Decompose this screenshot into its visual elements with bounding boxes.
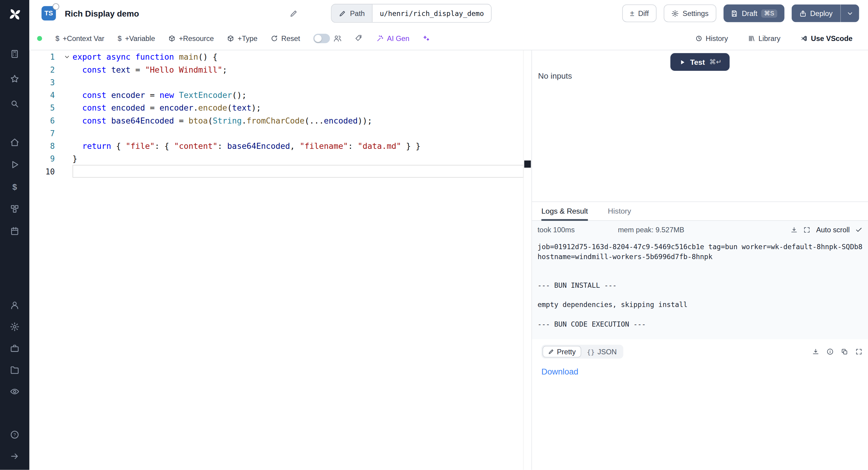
code-line[interactable]: 6 const base64Encoded = btoa(String.from… bbox=[29, 114, 524, 127]
workers-briefcase-icon[interactable] bbox=[0, 338, 29, 358]
tab-logs-result[interactable]: Logs & Result bbox=[541, 202, 588, 220]
line-number: 3 bbox=[29, 78, 61, 87]
cube-icon bbox=[227, 35, 235, 42]
folders-folder-icon[interactable] bbox=[0, 359, 29, 380]
runs-play-icon[interactable] bbox=[0, 154, 29, 175]
diff-label: Diff bbox=[638, 9, 649, 18]
code-line[interactable]: 2 const text = "Hello Windmill"; bbox=[29, 63, 524, 75]
line-number: 4 bbox=[29, 90, 61, 99]
audit-logs-eye-icon[interactable] bbox=[0, 381, 29, 402]
test-label: Test bbox=[690, 58, 705, 66]
vscode-icon bbox=[801, 35, 808, 42]
add-resource-label: +Resource bbox=[179, 34, 214, 42]
result-section: Pretty {} JSON bbox=[532, 339, 868, 470]
auto-scroll-checkbox[interactable] bbox=[855, 226, 863, 233]
resources-boxes-icon[interactable] bbox=[0, 198, 29, 219]
windmill-logo[interactable] bbox=[0, 0, 29, 29]
help-icon[interactable]: ? bbox=[0, 424, 29, 445]
expand-sidebar-arrow-icon[interactable] bbox=[0, 446, 29, 467]
collab-toggle[interactable] bbox=[313, 33, 330, 43]
run-panel: Test ⌘↵ No inputs Logs & Result History … bbox=[531, 50, 868, 470]
favorites-star-icon[interactable] bbox=[0, 68, 29, 89]
code-editor[interactable]: 1export async function main() {2 const t… bbox=[29, 50, 531, 470]
path-value[interactable]: u/henri/rich_display_demo bbox=[373, 4, 491, 22]
line-number: 7 bbox=[29, 129, 61, 137]
refresh-icon bbox=[271, 35, 278, 42]
log-line: empty dependencies, skipping install bbox=[537, 300, 862, 310]
language-badge: TS bbox=[41, 6, 56, 21]
code-line[interactable]: 9} bbox=[29, 152, 524, 165]
add-variable-label: +Variable bbox=[125, 34, 155, 42]
save-icon bbox=[731, 10, 738, 17]
json-label: JSON bbox=[598, 347, 617, 356]
add-type-label: +Type bbox=[238, 34, 258, 42]
pretty-view-button[interactable]: Pretty bbox=[542, 346, 581, 357]
info-icon[interactable] bbox=[827, 348, 834, 355]
code-line[interactable]: 8 return { "file": { "content": base64En… bbox=[29, 139, 524, 152]
deploy-button[interactable]: Deploy bbox=[792, 4, 840, 22]
expand-logs-icon[interactable] bbox=[804, 226, 811, 233]
editor-overview-ruler[interactable] bbox=[523, 50, 532, 470]
code-line[interactable]: 4 const encoder = new TextEncoder(); bbox=[29, 89, 524, 101]
log-output: job=01912d75-163d-8204-47c9-5469c516cb1e… bbox=[537, 242, 862, 329]
path-edit-button[interactable]: Path bbox=[332, 4, 373, 22]
draft-button[interactable]: Draft ⌘S bbox=[724, 4, 784, 22]
add-variable-button[interactable]: $ +Variable bbox=[118, 34, 155, 42]
test-button[interactable]: Test ⌘↵ bbox=[670, 53, 730, 71]
fold-chevron-icon[interactable] bbox=[61, 53, 73, 60]
json-view-button[interactable]: {} JSON bbox=[581, 346, 622, 357]
home-icon[interactable] bbox=[0, 132, 29, 153]
code-line[interactable]: 7 bbox=[29, 127, 524, 139]
clock-icon bbox=[695, 35, 702, 42]
deploy-split-button: Deploy bbox=[792, 4, 859, 22]
pretty-label: Pretty bbox=[557, 347, 576, 356]
copy-result-icon[interactable] bbox=[841, 348, 848, 355]
add-context-var-button[interactable]: $ +Context Var bbox=[56, 34, 104, 42]
deploy-dropdown-button[interactable] bbox=[840, 4, 859, 22]
code-lines: 1export async function main() {2 const t… bbox=[29, 50, 524, 178]
settings-button[interactable]: Settings bbox=[664, 4, 716, 22]
pen-icon bbox=[548, 349, 554, 355]
schedules-calendar-icon[interactable] bbox=[0, 220, 29, 241]
line-number: 1 bbox=[29, 53, 61, 61]
path-label: Path bbox=[350, 9, 365, 18]
download-file-link[interactable]: Download bbox=[541, 367, 578, 376]
reset-button[interactable]: Reset bbox=[271, 34, 300, 42]
script-title: Rich Display demo bbox=[65, 8, 139, 18]
format-code-button[interactable] bbox=[355, 34, 363, 42]
ai-gen-button[interactable]: AI Gen bbox=[376, 34, 409, 42]
download-result-icon[interactable] bbox=[812, 348, 819, 355]
ai-sparkles-icon[interactable] bbox=[423, 35, 430, 42]
add-resource-button[interactable]: +Resource bbox=[168, 34, 214, 42]
sidebar: $ bbox=[0, 0, 29, 470]
code-line[interactable]: 1export async function main() { bbox=[29, 50, 524, 63]
code-line[interactable]: 10 bbox=[29, 165, 524, 178]
tab-history[interactable]: History bbox=[608, 202, 631, 220]
settings-gear-icon[interactable] bbox=[0, 316, 29, 337]
apps-grid-icon[interactable] bbox=[0, 43, 29, 64]
log-line bbox=[537, 290, 862, 300]
windmill-script-editor: $ bbox=[0, 0, 868, 470]
line-number: 8 bbox=[29, 141, 61, 150]
history-button[interactable]: History bbox=[695, 34, 728, 42]
diff-button[interactable]: ± Diff bbox=[622, 4, 657, 22]
download-logs-icon[interactable] bbox=[790, 226, 798, 233]
check-icon bbox=[855, 226, 863, 233]
variables-dollar-icon[interactable]: $ bbox=[0, 176, 29, 197]
auto-scroll-label: Auto scroll bbox=[816, 226, 849, 234]
library-button[interactable]: Library bbox=[748, 34, 781, 42]
json-braces-icon: {} bbox=[587, 348, 595, 355]
pencil-icon bbox=[339, 10, 346, 17]
user-icon[interactable] bbox=[0, 294, 29, 315]
path-control[interactable]: Path u/henri/rich_display_demo bbox=[331, 4, 492, 23]
code-line[interactable]: 5 const encoded = encoder.encode(text); bbox=[29, 101, 524, 114]
edit-title-pencil-icon[interactable] bbox=[290, 9, 298, 18]
add-type-button[interactable]: +Type bbox=[227, 34, 258, 42]
add-context-var-label: +Context Var bbox=[63, 34, 104, 42]
use-vscode-button[interactable]: Use VScode bbox=[801, 34, 852, 42]
line-number: 6 bbox=[29, 116, 61, 125]
code-line[interactable]: 3 bbox=[29, 76, 524, 89]
search-icon[interactable] bbox=[0, 93, 29, 114]
expand-result-icon[interactable] bbox=[855, 348, 863, 355]
draft-label: Draft bbox=[742, 9, 757, 18]
